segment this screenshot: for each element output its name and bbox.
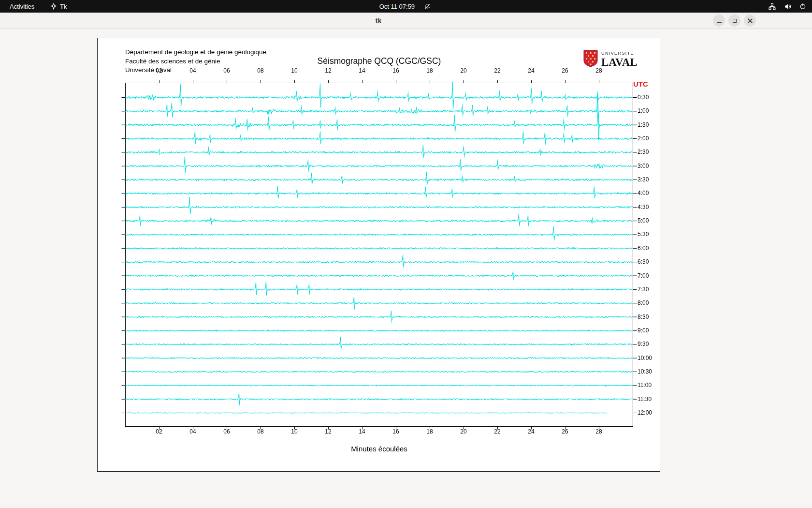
power-icon bbox=[799, 3, 806, 10]
x-tick-label: 08 bbox=[257, 67, 263, 74]
window-title: tk bbox=[0, 13, 757, 29]
gnome-top-bar: Activities Tk Oct 11 07:59 bbox=[0, 0, 812, 13]
time-tick-label: 3:30 bbox=[638, 176, 649, 183]
logo-laval-text: LAVAL bbox=[601, 57, 638, 68]
window-titlebar[interactable]: tk bbox=[0, 13, 812, 29]
system-status-area[interactable] bbox=[768, 0, 806, 13]
time-tick-label: 4:30 bbox=[638, 204, 649, 210]
x-tick-label: 22 bbox=[494, 67, 500, 74]
time-tick-label: 1:00 bbox=[638, 107, 649, 114]
clock-label: Oct 11 07:59 bbox=[379, 3, 415, 10]
header-line-1: Département de géologie et de génie géol… bbox=[125, 48, 266, 57]
time-tick-label: 7:30 bbox=[638, 286, 649, 293]
x-tick-label: 24 bbox=[528, 67, 534, 74]
plot-title: Séismographe QCQ (CGC/GSC) bbox=[98, 56, 661, 66]
time-tick-label: 2:00 bbox=[638, 135, 649, 142]
close-button[interactable] bbox=[744, 15, 756, 27]
x-tick-label: 10 bbox=[291, 67, 297, 74]
time-tick-label: 10:00 bbox=[638, 355, 652, 361]
time-tick-label: 6:00 bbox=[638, 245, 649, 252]
time-tick-label: 8:30 bbox=[638, 314, 649, 320]
x-tick-label: 12 bbox=[325, 67, 331, 74]
time-tick-label: 1:30 bbox=[638, 121, 649, 128]
bell-slash-icon bbox=[424, 3, 431, 10]
x-tick-label: 14 bbox=[359, 428, 365, 435]
activities-label: Activities bbox=[10, 3, 34, 10]
x-tick-label: 06 bbox=[223, 428, 230, 435]
laval-shield-icon bbox=[583, 50, 598, 69]
maximize-icon bbox=[733, 19, 737, 23]
close-icon bbox=[748, 18, 753, 23]
x-tick-label: 14 bbox=[359, 67, 365, 74]
minimize-icon bbox=[717, 22, 722, 23]
time-tick-label: 6:30 bbox=[638, 258, 649, 265]
x-tick-label: 18 bbox=[426, 67, 433, 74]
x-tick-label: 20 bbox=[460, 67, 466, 74]
time-tick-label: 11:00 bbox=[638, 382, 652, 388]
minimize-button[interactable] bbox=[713, 15, 725, 27]
time-tick-label: 0:30 bbox=[638, 94, 649, 101]
x-tick-label: 26 bbox=[562, 67, 568, 74]
focused-app-name: Tk bbox=[60, 3, 67, 10]
time-tick-label: 3:00 bbox=[638, 163, 649, 169]
time-tick-label: 9:00 bbox=[638, 327, 649, 334]
utc-label: UTC bbox=[633, 80, 648, 88]
x-tick-label: 28 bbox=[595, 67, 602, 74]
time-tick-label: 5:00 bbox=[638, 217, 649, 224]
time-tick-label: 5:30 bbox=[638, 231, 649, 238]
time-tick-label: 11:30 bbox=[638, 396, 652, 403]
time-tick-label: 2:30 bbox=[638, 149, 649, 155]
x-tick-label: 20 bbox=[460, 428, 466, 435]
x-tick-label: 22 bbox=[494, 428, 500, 435]
volume-icon bbox=[784, 3, 791, 10]
desktop-screen: Activities Tk Oct 11 07:59 bbox=[0, 0, 812, 508]
maximize-button[interactable] bbox=[728, 15, 740, 27]
x-tick-label: 04 bbox=[189, 428, 196, 435]
x-tick-label: 12 bbox=[325, 428, 331, 435]
time-tick-label: 8:00 bbox=[638, 299, 649, 306]
time-tick-label: 7:00 bbox=[638, 272, 649, 279]
x-tick-label: 18 bbox=[426, 428, 433, 435]
x-axis-title: Minutes écoulées bbox=[98, 445, 661, 453]
time-tick-label: 12:00 bbox=[638, 409, 652, 416]
focused-app-indicator[interactable]: Tk bbox=[50, 0, 67, 13]
logo-universite-text: UNIVERSITÉ bbox=[601, 51, 638, 56]
x-tick-label: 04 bbox=[189, 67, 196, 74]
clock-menu[interactable]: Oct 11 07:59 bbox=[379, 0, 431, 13]
x-tick-label: 28 bbox=[595, 428, 602, 435]
seismograph-board: Département de géologie et de génie géol… bbox=[97, 38, 660, 472]
x-tick-label: 16 bbox=[392, 428, 399, 435]
x-tick-label: 16 bbox=[392, 67, 399, 74]
tk-feather-icon bbox=[50, 3, 57, 10]
x-tick-label: 10 bbox=[291, 428, 297, 435]
x-tick-label: 08 bbox=[257, 428, 263, 435]
time-tick-label: 9:30 bbox=[638, 341, 649, 347]
activities-button[interactable]: Activities bbox=[7, 0, 37, 13]
x-tick-label: 02 bbox=[156, 428, 162, 435]
x-tick-label: 24 bbox=[528, 428, 534, 435]
seismograph-canvas bbox=[98, 38, 661, 472]
network-icon bbox=[768, 3, 776, 10]
x-tick-label: 06 bbox=[223, 67, 230, 74]
x-tick-label: 26 bbox=[562, 428, 568, 435]
x-tick-label: 02 bbox=[156, 67, 162, 74]
time-tick-label: 10:30 bbox=[638, 368, 652, 375]
time-tick-label: 4:00 bbox=[638, 190, 649, 196]
window-content: Département de géologie et de génie géol… bbox=[0, 29, 812, 508]
universite-laval-logo: UNIVERSITÉ LAVAL bbox=[583, 50, 638, 69]
